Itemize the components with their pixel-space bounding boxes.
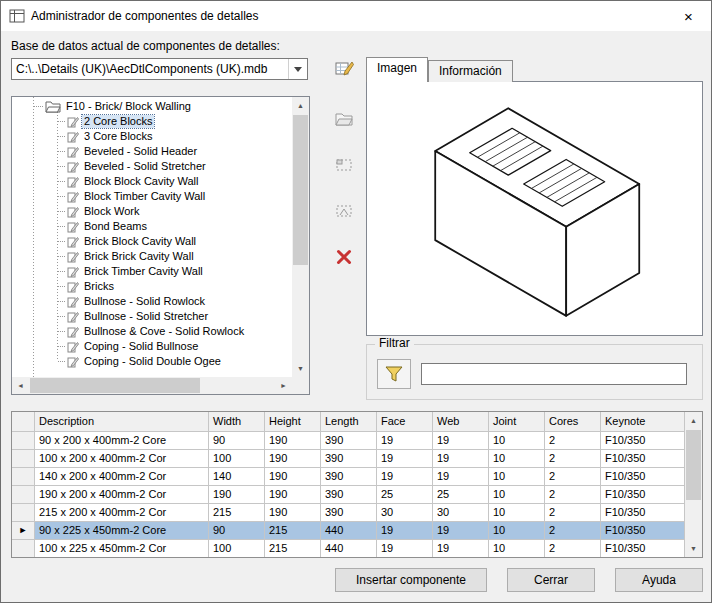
- cell-face[interactable]: 25: [377, 486, 433, 504]
- cell-face[interactable]: 19: [377, 468, 433, 486]
- tree-horizontal-scrollbar[interactable]: ◄ ►: [12, 377, 292, 394]
- cell-length[interactable]: 390: [321, 450, 377, 468]
- scrollbar-thumb[interactable]: [30, 378, 200, 393]
- cell-joint[interactable]: 10: [489, 450, 545, 468]
- tree-item[interactable]: Beveled - Solid Stretcher: [12, 159, 292, 174]
- cell-keynote[interactable]: F10/350: [601, 468, 685, 486]
- cell-height[interactable]: 190: [265, 432, 321, 450]
- tree-item[interactable]: Brick Brick Cavity Wall: [12, 249, 292, 264]
- cell-face[interactable]: 30: [377, 504, 433, 522]
- cell-width[interactable]: 190: [209, 486, 265, 504]
- cell-description[interactable]: 140 x 200 x 400mm-2 Cor: [35, 468, 209, 486]
- cell-face[interactable]: 19: [377, 450, 433, 468]
- tree-item[interactable]: Bond Beams: [12, 219, 292, 234]
- delete-component-button[interactable]: [329, 243, 359, 271]
- cell-height[interactable]: 190: [265, 504, 321, 522]
- cell-description[interactable]: 100 x 200 x 400mm-2 Cor: [35, 450, 209, 468]
- cell-description[interactable]: 190 x 200 x 400mm-2 Cor: [35, 486, 209, 504]
- cell-web[interactable]: 25: [433, 486, 489, 504]
- column-header[interactable]: Cores: [545, 412, 601, 432]
- row-header[interactable]: [12, 432, 35, 450]
- titlebar[interactable]: Administrador de componentes de detalles…: [1, 1, 711, 31]
- tree-item[interactable]: Beveled - Solid Header: [12, 144, 292, 159]
- filter-button[interactable]: [377, 359, 411, 389]
- cell-description[interactable]: 215 x 200 x 400mm-2 Cor: [35, 504, 209, 522]
- cell-keynote[interactable]: F10/350: [601, 504, 685, 522]
- tree-item[interactable]: Bullnose & Cove - Solid Rowlock: [12, 324, 292, 339]
- column-header[interactable]: Description: [35, 412, 209, 432]
- cell-web[interactable]: 19: [433, 468, 489, 486]
- cell-joint[interactable]: 10: [489, 468, 545, 486]
- scroll-right-arrow[interactable]: ►: [275, 377, 292, 394]
- tree-item[interactable]: Block Timber Cavity Wall: [12, 189, 292, 204]
- tree-item[interactable]: Coping - Solid Bullnose: [12, 339, 292, 354]
- cell-width[interactable]: 90: [209, 522, 265, 540]
- cell-cores[interactable]: 2: [545, 468, 601, 486]
- scroll-down-arrow[interactable]: ▼: [685, 540, 702, 557]
- row-header[interactable]: [12, 486, 35, 504]
- cell-length[interactable]: 390: [321, 504, 377, 522]
- row-header-corner[interactable]: [12, 412, 35, 432]
- column-header[interactable]: Width: [209, 412, 265, 432]
- new-group-button[interactable]: [329, 151, 359, 179]
- scrollbar-thumb[interactable]: [686, 430, 701, 500]
- cell-joint[interactable]: 10: [489, 432, 545, 450]
- cell-web[interactable]: 30: [433, 504, 489, 522]
- cell-keynote[interactable]: F10/350: [601, 432, 685, 450]
- cell-length[interactable]: 390: [321, 486, 377, 504]
- column-header[interactable]: Web: [433, 412, 489, 432]
- database-combobox[interactable]: C:\..\Details (UK)\AecDtlComponents (UK)…: [11, 58, 308, 80]
- row-header[interactable]: [12, 504, 35, 522]
- tab-informacion[interactable]: Información: [428, 60, 513, 82]
- cell-description[interactable]: 90 x 200 x 400mm-2 Core: [35, 432, 209, 450]
- cell-height[interactable]: 190: [265, 450, 321, 468]
- table-row[interactable]: 215 x 200 x 400mm-2 Cor 215 190 390 30 3…: [12, 504, 685, 522]
- tree-item[interactable]: 3 Core Blocks: [12, 129, 292, 144]
- column-header[interactable]: Height: [265, 412, 321, 432]
- tree-item[interactable]: Bricks: [12, 279, 292, 294]
- table-row[interactable]: 140 x 200 x 400mm-2 Cor 140 190 390 19 1…: [12, 468, 685, 486]
- column-header[interactable]: Joint: [489, 412, 545, 432]
- close-dialog-button[interactable]: Cerrar: [507, 568, 595, 592]
- tree-item-folder[interactable]: F10 - Brick/ Block Walling: [12, 99, 292, 114]
- cell-joint[interactable]: 10: [489, 486, 545, 504]
- cell-joint[interactable]: 10: [489, 540, 545, 557]
- scroll-left-arrow[interactable]: ◄: [12, 377, 29, 394]
- tree-item[interactable]: Block Block Cavity Wall: [12, 174, 292, 189]
- cell-web[interactable]: 19: [433, 522, 489, 540]
- cell-face[interactable]: 19: [377, 522, 433, 540]
- scroll-down-arrow[interactable]: ▼: [292, 360, 309, 377]
- cell-cores[interactable]: 2: [545, 540, 601, 557]
- tree-item[interactable]: Bullnose - Solid Rowlock: [12, 294, 292, 309]
- cell-length[interactable]: 390: [321, 432, 377, 450]
- cell-cores[interactable]: 2: [545, 504, 601, 522]
- cell-joint[interactable]: 10: [489, 504, 545, 522]
- cell-description[interactable]: 100 x 225 x 450mm-2 Cor: [35, 540, 209, 557]
- cell-width[interactable]: 140: [209, 468, 265, 486]
- open-component-button[interactable]: [329, 105, 359, 133]
- tree-item[interactable]: 2 Core Blocks: [12, 114, 292, 129]
- cell-web[interactable]: 19: [433, 432, 489, 450]
- cell-keynote[interactable]: F10/350: [601, 486, 685, 504]
- cell-length[interactable]: 440: [321, 540, 377, 557]
- scrollbar-thumb[interactable]: [293, 115, 308, 265]
- table-row[interactable]: 90 x 225 x 450mm-2 Core 90 215 440 19 19…: [12, 522, 685, 540]
- cell-face[interactable]: 19: [377, 432, 433, 450]
- tree-item[interactable]: Brick Timber Cavity Wall: [12, 264, 292, 279]
- cell-height[interactable]: 215: [265, 522, 321, 540]
- close-button[interactable]: ×: [666, 1, 711, 31]
- cell-face[interactable]: 19: [377, 540, 433, 557]
- table-row[interactable]: 100 x 200 x 400mm-2 Cor 100 190 390 19 1…: [12, 450, 685, 468]
- tab-imagen[interactable]: Imagen: [366, 57, 428, 82]
- cell-cores[interactable]: 2: [545, 450, 601, 468]
- tree-item[interactable]: Brick Block Cavity Wall: [12, 234, 292, 249]
- edit-components-button[interactable]: [329, 55, 359, 83]
- cell-keynote[interactable]: F10/350: [601, 450, 685, 468]
- cell-width[interactable]: 100: [209, 450, 265, 468]
- cell-keynote[interactable]: F10/350: [601, 540, 685, 557]
- insert-component-button[interactable]: Insertar componente: [335, 568, 487, 592]
- tree-item[interactable]: Bullnose - Solid Stretcher: [12, 309, 292, 324]
- cell-web[interactable]: 19: [433, 540, 489, 557]
- tree-item[interactable]: Block Work: [12, 204, 292, 219]
- cell-keynote[interactable]: F10/350: [601, 522, 685, 540]
